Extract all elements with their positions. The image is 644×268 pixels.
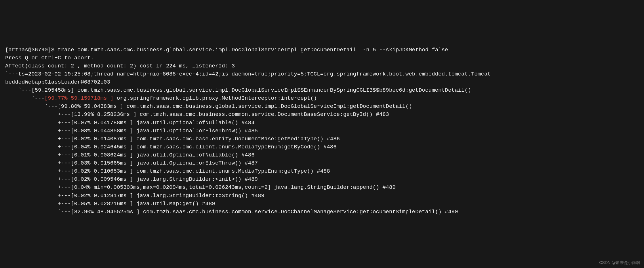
trace-line: +---[0.01% 0.008624ms ] java.util.Option… (5, 152, 255, 158)
watermark-text: CSDN @原来是小雨啊 (599, 260, 640, 266)
trace-line: +---[0.02% 0.012817ms ] java.lang.String… (5, 192, 264, 199)
trace-line: +---[0.07% 0.041788ms ] java.util.Option… (5, 120, 255, 126)
affect-line: Affect(class count: 2 , method count: 2)… (5, 63, 235, 69)
terminal-output[interactable]: [arthas@36790]$ trace com.tmzh.saas.cmc.… (0, 41, 644, 216)
trace-line: +---[0.02% 0.010653ms ] com.tmzh.saas.cm… (5, 168, 330, 174)
trace-line-intercept-rest: org.springframework.cglib.proxy.MethodIn… (113, 95, 317, 101)
trace-line-intercept-prefix: `--- (5, 95, 45, 101)
trace-line: +---[0.02% 0.014087ms ] com.tmzh.saas.cm… (5, 136, 340, 142)
trace-line: +---[0.02% 0.009546ms ] java.lang.String… (5, 176, 258, 182)
ts-line-2: beddedWebappClassLoader@68702e03 (5, 79, 110, 85)
trace-line: +---[0.05% 0.028216ms ] java.util.Map:ge… (5, 201, 215, 207)
shell-prompt: [arthas@36790]$ (5, 47, 58, 53)
trace-line: `---[82.90% 48.945525ms ] com.tmzh.saas.… (5, 209, 458, 215)
trace-line: +---[0.08% 0.044858ms ] java.util.Option… (5, 128, 258, 134)
trace-line: +---[0.04% min=0.005303ms,max=0.02094ms,… (5, 184, 396, 190)
trace-line: +---[13.99% 8.258236ms ] com.tmzh.saas.c… (5, 111, 389, 118)
trace-line-root: `---[59.295458ms] com.tmzh.saas.cmc.busi… (5, 87, 471, 93)
trace-line: +---[0.03% 0.015665ms ] java.util.Option… (5, 160, 258, 166)
trace-line-getDocumentDetail: `---[99.80% 59.04383ms ] com.tmzh.saas.c… (5, 103, 412, 110)
command-text: trace com.tmzh.saas.cmc.business.global.… (58, 47, 448, 53)
trace-line-intercept-timing: [99.77% 59.159718ms ] (45, 95, 113, 101)
ts-line: `---ts=2023-02-02 19:25:08;thread_name=h… (5, 71, 491, 77)
abort-hint: Press Q or Ctrl+C to abort. (5, 55, 94, 61)
trace-line: +---[0.04% 0.024645ms ] com.tmzh.saas.cm… (5, 144, 337, 150)
